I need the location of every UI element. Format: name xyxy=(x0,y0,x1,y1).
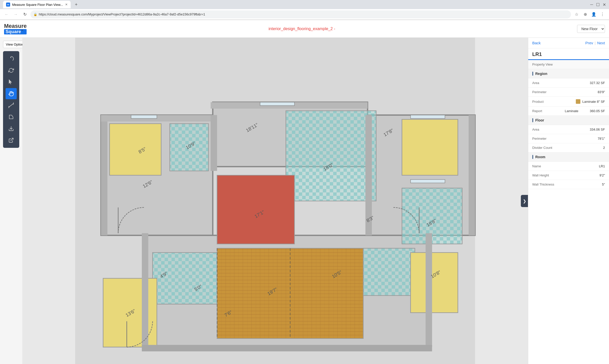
svg-rect-39 xyxy=(131,115,157,119)
floor-plan-svg: 8'5" 10'9" 18'11" 18'0" 17'1" 19'7" 7'6"… xyxy=(22,38,528,364)
svg-marker-23 xyxy=(402,119,458,175)
minimize-button[interactable]: ─ xyxy=(590,2,593,7)
floor-area-label: Area xyxy=(532,128,590,131)
app-header: Measure Square™ interior_design_flooring… xyxy=(0,20,609,38)
main-content: View Options ▾ ? xyxy=(0,38,609,364)
title-bar: m Measure Square Floor Plan View... ✕ + … xyxy=(0,0,609,9)
tab-close-button[interactable]: ✕ xyxy=(65,3,68,6)
region-product-row: Product Laminate 8" SF xyxy=(528,97,609,107)
logo: Measure Square™ xyxy=(4,23,27,35)
reload-button[interactable]: ↻ xyxy=(21,11,28,18)
app-container: Measure Square™ interior_design_flooring… xyxy=(0,20,609,364)
forward-nav-button[interactable]: → xyxy=(12,11,19,18)
next-button[interactable]: Next xyxy=(597,41,605,45)
room-section: Room Name LR1 Wall Height 9'2" Wall Thic… xyxy=(528,152,609,189)
region-section: Region Area 327.32 SF Perimeter 83'9" Pr… xyxy=(528,69,609,116)
svg-line-0 xyxy=(9,104,13,107)
svg-marker-21 xyxy=(286,111,376,201)
floor-section-title: Floor xyxy=(535,118,544,122)
profile-button[interactable]: 👤 xyxy=(590,11,597,18)
svg-rect-30 xyxy=(101,115,107,235)
room-name-value: LR1 xyxy=(599,164,605,168)
tool-panel xyxy=(3,51,19,148)
logo-top-text: Measure xyxy=(4,23,27,29)
region-perimeter-label: Perimeter xyxy=(532,90,598,94)
address-bar[interactable]: 🔒 https://cloud.measuresquare.com/Myproj… xyxy=(30,10,571,18)
region-report-label: Report xyxy=(532,109,565,113)
back-button[interactable]: Back xyxy=(532,41,541,45)
room-wall-thickness-label: Wall Thickness xyxy=(532,183,602,186)
region-perimeter-row: Perimeter 83'9" xyxy=(528,88,609,97)
cursor-tool-button[interactable] xyxy=(6,76,17,88)
svg-rect-35 xyxy=(469,115,475,235)
floor-area-value: 334.06 SF xyxy=(590,128,605,131)
svg-rect-40 xyxy=(260,102,295,106)
room-name-label: Name xyxy=(532,164,599,168)
region-product-value: Laminate 8" SF xyxy=(576,99,605,104)
panel-header: Back Prev | Next xyxy=(528,38,609,48)
room-wall-height-label: Wall Height xyxy=(532,173,599,177)
right-panel: Back Prev | Next LR1 Property View Regio… xyxy=(528,38,609,364)
floor-section: Floor Area 334.06 SF Perimeter 78'1" Div… xyxy=(528,116,609,152)
floor-divider-row: Divider Count 2 xyxy=(528,143,609,152)
menu-button[interactable]: ⋮ xyxy=(599,11,606,18)
room-wall-height-value: 9'2" xyxy=(599,173,605,177)
left-toolbar: View Options ▾ ? xyxy=(0,38,22,364)
external-link-button[interactable] xyxy=(6,135,17,146)
svg-rect-32 xyxy=(211,115,217,171)
back-nav-button[interactable]: ← xyxy=(3,11,10,18)
rotate-tool-button[interactable] xyxy=(6,53,17,64)
panel-nav-links: Prev | Next xyxy=(585,41,605,45)
floor-plan-area[interactable]: 8'5" 10'9" 18'11" 18'0" 17'1" 19'7" 7'6"… xyxy=(22,38,528,364)
svg-rect-42 xyxy=(411,179,445,183)
room-section-header: Room xyxy=(528,152,609,162)
expand-panel-button[interactable]: ❯ xyxy=(521,195,528,207)
product-color-swatch xyxy=(576,99,580,104)
url-text: https://cloud.measuresquare.com/Myprojec… xyxy=(39,12,568,16)
region-area-label: Area xyxy=(532,81,590,85)
floor-section-bar xyxy=(532,118,533,122)
floor-divider-label: Divider Count xyxy=(532,146,603,150)
nav-separator: | xyxy=(595,41,596,45)
region-area-value: 327.32 SF xyxy=(590,81,605,85)
svg-rect-38 xyxy=(142,345,432,351)
new-tab-button[interactable]: + xyxy=(73,1,80,8)
measure-line-button[interactable] xyxy=(6,100,17,111)
floor-perimeter-label: Perimeter xyxy=(532,137,598,140)
svg-rect-41 xyxy=(411,115,445,119)
bookmark-button[interactable]: ☆ xyxy=(573,11,580,18)
room-title: LR1 xyxy=(528,48,609,60)
svg-rect-37 xyxy=(426,233,432,347)
floor-area-row: Area 334.06 SF xyxy=(528,125,609,134)
tab-title: Measure Square Floor Plan View... xyxy=(12,3,63,7)
panel-content[interactable]: Region Area 327.32 SF Perimeter 83'9" Pr… xyxy=(528,69,609,364)
property-view-label: Property View xyxy=(528,60,609,69)
region-section-header: Region xyxy=(528,69,609,78)
extensions-button[interactable]: ⊕ xyxy=(582,11,589,18)
region-report-value: Laminate 360.05 SF xyxy=(565,109,605,113)
svg-line-4 xyxy=(11,138,13,141)
refresh-tool-button[interactable] xyxy=(6,65,17,76)
lock-icon: 🔒 xyxy=(33,13,37,16)
maximize-button[interactable]: ☐ xyxy=(596,2,600,7)
measure-poly-button[interactable] xyxy=(6,111,17,123)
navigation-bar: ← → ↻ 🔒 https://cloud.measuresquare.com/… xyxy=(0,9,609,20)
room-section-title: Room xyxy=(535,155,545,159)
prev-button[interactable]: Prev xyxy=(585,41,593,45)
room-name-row: Name LR1 xyxy=(528,162,609,171)
room-section-bar xyxy=(532,155,533,159)
svg-marker-22 xyxy=(217,175,295,244)
browser-tab[interactable]: m Measure Square Floor Plan View... ✕ xyxy=(3,1,71,8)
download-tool-button[interactable] xyxy=(6,123,17,134)
floor-perimeter-row: Perimeter 78'1" xyxy=(528,134,609,143)
svg-marker-29 xyxy=(411,253,458,313)
project-title: interior_design_flooring_example_2 - xyxy=(31,27,573,31)
region-area-row: Area 327.32 SF xyxy=(528,78,609,88)
floor-divider-value: 2 xyxy=(603,146,605,150)
svg-rect-36 xyxy=(142,233,148,347)
room-wall-height-row: Wall Height 9'2" xyxy=(528,171,609,180)
close-button[interactable]: ✕ xyxy=(603,2,606,7)
hand-tool-button[interactable] xyxy=(6,88,17,99)
region-section-bar xyxy=(532,72,533,76)
floor-selector[interactable]: New Floor xyxy=(577,25,605,33)
